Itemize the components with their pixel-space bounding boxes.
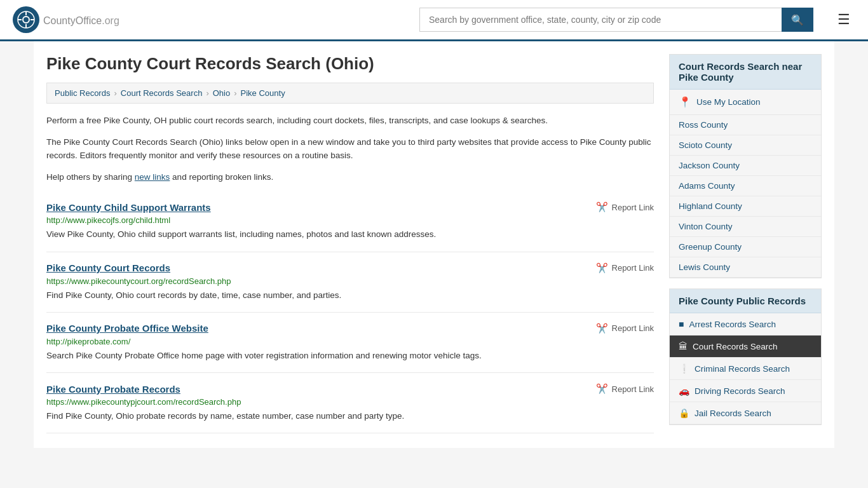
pub-rec-link-0[interactable]: Arrest Records Search [689, 320, 776, 329]
county-link-2[interactable]: Jackson County [679, 161, 740, 170]
report-link-btn-2[interactable]: ✂️ Report Link [596, 323, 654, 334]
result-url-1[interactable]: https://www.pikecountycourt.org/recordSe… [46, 276, 654, 286]
county-link-1[interactable]: Scioto County [679, 140, 732, 150]
page-title: Pike County Court Records Search (Ohio) [46, 54, 654, 74]
search-button[interactable]: 🔍 [782, 8, 813, 32]
scissors-icon: ✂️ [596, 262, 608, 274]
report-link-btn-1[interactable]: ✂️ Report Link [596, 262, 654, 274]
result-url-2[interactable]: http://pikeprobate.com/ [46, 337, 654, 346]
report-link-btn-0[interactable]: ✂️ Report Link [596, 201, 654, 213]
result-item: Pike County Child Support Warrants ✂️ Re… [46, 191, 654, 252]
new-links-link[interactable]: new links [135, 172, 170, 182]
sidebar-county-item: Ross County [670, 115, 821, 135]
pub-rec-item-4[interactable]: 🔒Jail Records Search [670, 402, 821, 424]
result-title-2[interactable]: Pike County Probate Office Website [46, 323, 208, 334]
pub-rec-link-2[interactable]: Criminal Records Search [695, 364, 790, 374]
report-label: Report Link [612, 263, 654, 273]
site-header: CountyOffice.org 🔍 ☰ [0, 0, 868, 41]
pub-rec-label-1: Court Records Search [693, 342, 778, 351]
main-container: Pike County Court Records Search (Ohio) … [34, 41, 834, 448]
report-label: Report Link [612, 384, 654, 394]
result-desc-0: View Pike County, Ohio child support war… [46, 228, 654, 241]
sidebar-county-item: Vinton County [670, 217, 821, 237]
sidebar-county-item: Scioto County [670, 135, 821, 156]
pub-rec-icon-0: ■ [679, 319, 684, 329]
search-bar: 🔍 [419, 8, 813, 32]
description-para2: The Pike County Court Records Search (Oh… [46, 135, 654, 163]
pub-rec-item-2[interactable]: ❕Criminal Records Search [670, 358, 821, 380]
sidebar: Court Records Search near Pike County 📍 … [669, 54, 822, 435]
result-header: Pike County Court Records ✂️ Report Link [46, 262, 654, 274]
pub-rec-icon-4: 🔒 [679, 408, 689, 418]
sidebar-county-item: Adams County [670, 176, 821, 196]
pub-rec-link-3[interactable]: Driving Records Search [695, 386, 785, 396]
pub-rec-item-3[interactable]: 🚗Driving Records Search [670, 380, 821, 402]
description-para3: Help others by sharing new links and rep… [46, 170, 654, 184]
breadcrumb-sep-3: › [234, 88, 236, 98]
result-item: Pike County Probate Office Website ✂️ Re… [46, 313, 654, 373]
menu-button[interactable]: ☰ [832, 9, 855, 30]
county-link-0[interactable]: Ross County [679, 120, 728, 130]
nearby-section: Court Records Search near Pike County 📍 … [669, 54, 822, 278]
report-label: Report Link [612, 203, 654, 212]
public-records-list: ■Arrest Records Search🏛Court Records Sea… [670, 313, 821, 424]
breadcrumb-sep-1: › [114, 88, 116, 98]
result-url-0[interactable]: http://www.pikecojfs.org/child.html [46, 215, 654, 225]
sidebar-county-item: Jackson County [670, 156, 821, 176]
logo-link[interactable]: CountyOffice.org [13, 6, 119, 33]
pub-rec-item-0[interactable]: ■Arrest Records Search [670, 313, 821, 336]
county-link-5[interactable]: Vinton County [679, 222, 733, 231]
scissors-icon: ✂️ [596, 323, 608, 334]
result-header: Pike County Probate Office Website ✂️ Re… [46, 323, 654, 334]
report-link-btn-3[interactable]: ✂️ Report Link [596, 383, 654, 395]
sidebar-county-item: Greenup County [670, 237, 821, 257]
logo-icon [13, 6, 39, 33]
results-list: Pike County Child Support Warrants ✂️ Re… [46, 191, 654, 433]
result-desc-3: Find Pike County, Ohio probate records b… [46, 410, 654, 423]
breadcrumb-ohio[interactable]: Ohio [213, 88, 230, 98]
scissors-icon: ✂️ [596, 383, 608, 395]
nearby-header: Court Records Search near Pike County [670, 55, 821, 90]
breadcrumb-sep-2: › [206, 88, 208, 98]
search-input[interactable] [419, 8, 782, 32]
result-desc-1: Find Pike County, Ohio court records by … [46, 289, 654, 302]
sidebar-county-item: Lewis County [670, 257, 821, 278]
description-para1: Perform a free Pike County, OH public co… [46, 114, 654, 128]
content-area: Pike County Court Records Search (Ohio) … [46, 54, 654, 435]
county-link-3[interactable]: Adams County [679, 181, 735, 191]
result-item: Pike County Court Records ✂️ Report Link… [46, 252, 654, 313]
result-item: Pike County Probate Records ✂️ Report Li… [46, 373, 654, 433]
pub-rec-icon-2: ❕ [679, 363, 689, 374]
result-header: Pike County Probate Records ✂️ Report Li… [46, 383, 654, 395]
pub-rec-icon-1: 🏛 [679, 341, 688, 351]
result-desc-2: Search Pike County Probate Office home p… [46, 349, 654, 362]
public-records-section: Pike County Public Records ■Arrest Recor… [669, 288, 822, 425]
public-records-header: Pike County Public Records [670, 289, 821, 313]
result-title-1[interactable]: Pike County Court Records [46, 262, 170, 273]
use-location-label: Use My Location [696, 97, 761, 107]
pub-rec-link-4[interactable]: Jail Records Search [695, 409, 771, 418]
result-url-3[interactable]: https://www.pikecountypjcourt.com/record… [46, 397, 654, 407]
county-link-4[interactable]: Highland County [679, 201, 742, 211]
breadcrumb: Public Records › Court Records Search › … [46, 83, 654, 104]
county-link-6[interactable]: Greenup County [679, 242, 742, 252]
pub-rec-icon-3: 🚗 [679, 386, 689, 396]
breadcrumb-public-records[interactable]: Public Records [55, 88, 110, 98]
scissors-icon: ✂️ [596, 201, 608, 213]
location-icon: 📍 [679, 96, 691, 108]
result-header: Pike County Child Support Warrants ✂️ Re… [46, 201, 654, 213]
sidebar-county-item: Highland County [670, 196, 821, 217]
county-list: Ross CountyScioto CountyJackson CountyAd… [670, 115, 821, 278]
use-location-btn[interactable]: 📍 Use My Location [670, 90, 821, 115]
report-label: Report Link [612, 323, 654, 333]
result-title-0[interactable]: Pike County Child Support Warrants [46, 202, 211, 213]
pub-rec-item-1[interactable]: 🏛Court Records Search [670, 336, 821, 358]
breadcrumb-court-records[interactable]: Court Records Search [121, 88, 203, 98]
result-title-3[interactable]: Pike County Probate Records [46, 384, 180, 395]
county-link-7[interactable]: Lewis County [679, 262, 730, 272]
logo-text: CountyOffice.org [43, 13, 119, 27]
breadcrumb-pike-county[interactable]: Pike County [241, 88, 285, 98]
